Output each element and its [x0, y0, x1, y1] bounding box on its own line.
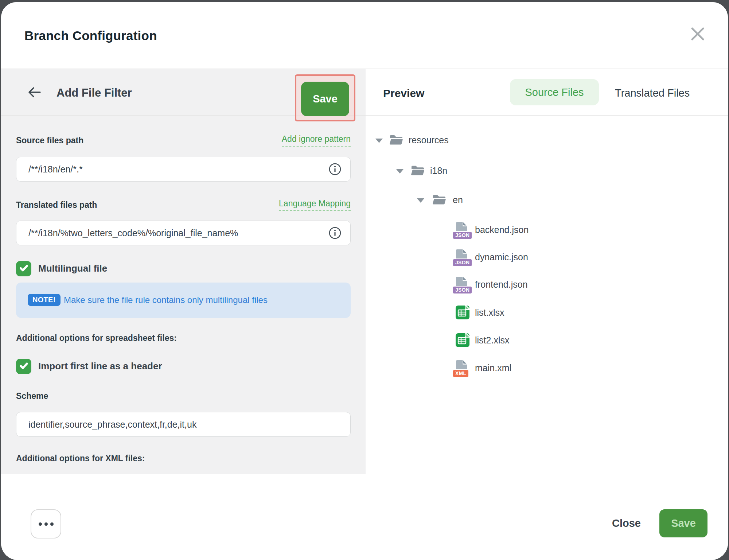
import-first-line-checkbox[interactable] — [16, 359, 31, 374]
json-badge: JSON — [452, 258, 472, 267]
info-icon[interactable] — [328, 226, 342, 240]
file-name: dynamic.json — [475, 248, 528, 267]
folder-open-icon — [432, 194, 447, 207]
tree-row-main.xml[interactable]: XMLmain.xml — [366, 358, 728, 377]
modal-body: Source files path Add ignore pattern Tra… — [1, 116, 728, 474]
caret-down-icon[interactable] — [396, 169, 404, 174]
language-mapping-link[interactable]: Language Mapping — [279, 199, 351, 211]
tree-row-resources[interactable]: resources — [366, 131, 728, 149]
tree-row-backend.json[interactable]: JSONbackend.json — [366, 220, 728, 239]
close-button[interactable] — [688, 24, 707, 44]
tab-translated-files[interactable]: Translated Files — [615, 87, 690, 99]
json-badge: JSON — [452, 286, 472, 294]
preview-toolbar: Preview Source Files Translated Files — [366, 69, 728, 115]
note-text: Make sure the file rule contains only mu… — [64, 295, 268, 305]
arrow-left-icon — [27, 93, 42, 100]
tree-row-list2.xlsx[interactable]: list2.xlsx — [366, 331, 728, 350]
caret-down-icon[interactable] — [417, 198, 424, 203]
spreadsheet-options-heading: Additional options for spreadsheet files… — [16, 333, 177, 343]
modal-footer: Close Save — [1, 474, 728, 560]
xml-badge: XML — [452, 369, 469, 378]
file-name: backend.json — [475, 220, 529, 239]
tree-row-dynamic.json[interactable]: JSONdynamic.json — [366, 248, 728, 267]
json-file-icon: JSON — [455, 249, 468, 266]
folder-name: resources — [409, 131, 449, 149]
folder-name: en — [453, 190, 463, 209]
file-name: list.xlsx — [475, 303, 504, 322]
xml-options-heading: Additional options for XML files: — [16, 454, 145, 463]
folder-open-icon — [410, 165, 425, 178]
note-box: NOTE! Make sure the file rule contains o… — [16, 283, 351, 318]
source-files-path-input[interactable] — [16, 157, 351, 182]
tree-row-i18n[interactable]: i18n — [366, 161, 728, 180]
file-name: frontend.json — [475, 275, 528, 294]
xlsx-file-icon — [455, 305, 470, 321]
info-icon[interactable] — [328, 163, 342, 176]
scheme-label: Scheme — [16, 391, 48, 401]
branch-configuration-modal: Branch Configuration Add File Filter Pre… — [1, 2, 728, 560]
ellipsis-icon — [39, 522, 54, 526]
import-first-line-label: Import first line as a header — [38, 361, 162, 372]
xlsx-file-icon — [455, 333, 470, 349]
tree-row-en[interactable]: en — [366, 190, 728, 209]
file-name: list2.xlsx — [475, 331, 509, 350]
json-file-icon: JSON — [455, 221, 468, 239]
source-files-path-label: Source files path — [16, 136, 83, 145]
filter-title: Add File Filter — [56, 86, 132, 100]
tab-source-files[interactable]: Source Files — [510, 79, 599, 105]
close-modal-button[interactable]: Close — [612, 517, 641, 529]
tab-source-files-label: Source Files — [525, 86, 584, 98]
save-modal-button[interactable]: Save — [659, 509, 707, 537]
file-tree-panel: resourcesi18nenJSONbackend.jsonJSONdynam… — [366, 116, 728, 474]
tree-row-frontend.json[interactable]: JSONfrontend.json — [366, 275, 728, 294]
tree-row-list.xlsx[interactable]: list.xlsx — [366, 303, 728, 322]
modal-header: Branch Configuration — [1, 2, 728, 69]
xml-file-icon: XML — [455, 359, 468, 377]
folder-name: i18n — [430, 161, 447, 180]
folder-open-icon — [389, 134, 404, 147]
save-highlight-overlay: Save — [295, 74, 355, 121]
json-file-icon: JSON — [455, 276, 468, 293]
close-icon — [688, 39, 707, 45]
file-filter-form: Source files path Add ignore pattern Tra… — [1, 116, 366, 474]
save-filter-button[interactable]: Save — [301, 82, 349, 116]
preview-title: Preview — [383, 87, 424, 100]
translated-files-path-label: Translated files path — [16, 200, 97, 210]
translated-files-path-input[interactable] — [16, 221, 351, 245]
multilingual-checkbox-label: Multilingual file — [38, 263, 107, 274]
checkmark-icon — [17, 262, 30, 276]
page-title: Branch Configuration — [24, 28, 157, 43]
scheme-input[interactable] — [16, 412, 351, 437]
json-badge: JSON — [452, 231, 472, 240]
caret-down-icon[interactable] — [375, 139, 383, 143]
tab-translated-files-label: Translated Files — [615, 87, 690, 99]
back-button[interactable] — [27, 86, 42, 98]
checkmark-icon — [17, 359, 30, 373]
multilingual-checkbox[interactable] — [16, 261, 31, 276]
note-badge: NOTE! — [28, 294, 61, 306]
more-options-button[interactable] — [31, 509, 61, 538]
toolbar: Add File Filter Preview Source Files Tra… — [1, 69, 728, 116]
file-name: main.xml — [475, 358, 511, 377]
add-ignore-pattern-link[interactable]: Add ignore pattern — [282, 134, 351, 147]
